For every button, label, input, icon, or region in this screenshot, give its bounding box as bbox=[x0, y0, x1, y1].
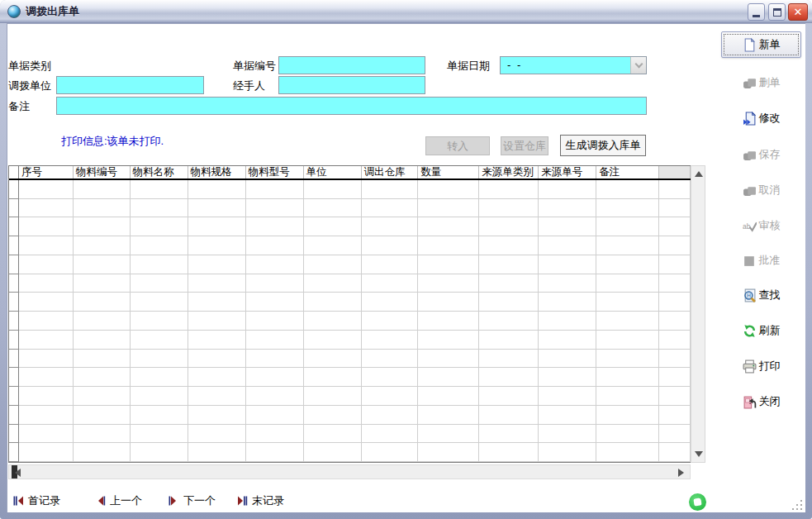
table-cell[interactable] bbox=[19, 293, 74, 312]
table-cell[interactable] bbox=[362, 236, 419, 255]
table-cell[interactable] bbox=[479, 368, 539, 387]
table-cell[interactable] bbox=[418, 180, 479, 199]
table-cell[interactable] bbox=[362, 406, 419, 425]
table-cell[interactable] bbox=[596, 387, 659, 406]
generate-transfer-in-order-button[interactable]: 生成调拨入库单 bbox=[560, 135, 646, 156]
table-cell[interactable] bbox=[188, 312, 246, 331]
row-selector-cell[interactable] bbox=[9, 312, 19, 331]
row-selector-cell[interactable] bbox=[9, 425, 19, 444]
table-cell[interactable] bbox=[246, 274, 304, 293]
table-cell[interactable] bbox=[596, 368, 659, 387]
table-cell[interactable] bbox=[131, 293, 188, 312]
vertical-scrollbar[interactable] bbox=[691, 165, 705, 463]
table-cell[interactable] bbox=[74, 293, 131, 312]
table-cell[interactable] bbox=[304, 274, 362, 293]
status-green-icon[interactable] bbox=[689, 493, 706, 511]
table-cell[interactable] bbox=[418, 350, 479, 369]
table-cell[interactable] bbox=[479, 406, 539, 425]
table-cell[interactable] bbox=[74, 236, 131, 255]
table-cell[interactable] bbox=[539, 331, 596, 350]
table-cell[interactable] bbox=[418, 255, 479, 274]
table-cell[interactable] bbox=[188, 387, 246, 406]
table-cell[interactable] bbox=[362, 350, 419, 369]
table-cell[interactable] bbox=[246, 331, 304, 350]
table-cell[interactable] bbox=[131, 255, 188, 274]
table-cell[interactable] bbox=[19, 236, 74, 255]
table-cell[interactable] bbox=[19, 274, 74, 293]
table-cell[interactable] bbox=[246, 406, 304, 425]
table-cell[interactable] bbox=[19, 312, 74, 331]
table-cell[interactable] bbox=[74, 425, 131, 444]
row-selector-cell[interactable] bbox=[9, 406, 19, 425]
table-cell[interactable] bbox=[418, 199, 479, 218]
table-cell[interactable] bbox=[131, 425, 188, 444]
table-cell[interactable] bbox=[362, 180, 419, 199]
table-cell[interactable] bbox=[246, 312, 304, 331]
table-row[interactable] bbox=[9, 425, 691, 444]
table-cell[interactable] bbox=[539, 443, 596, 462]
table-cell[interactable] bbox=[131, 443, 188, 462]
table-cell[interactable] bbox=[596, 180, 659, 199]
table-cell[interactable] bbox=[479, 425, 539, 444]
table-cell[interactable] bbox=[304, 217, 362, 236]
table-cell[interactable] bbox=[131, 199, 188, 218]
table-cell[interactable] bbox=[188, 236, 246, 255]
table-cell[interactable] bbox=[304, 406, 362, 425]
table-cell[interactable] bbox=[188, 331, 246, 350]
table-cell[interactable] bbox=[304, 425, 362, 444]
table-cell[interactable] bbox=[479, 387, 539, 406]
table-cell[interactable] bbox=[19, 180, 74, 199]
table-row[interactable] bbox=[9, 443, 691, 462]
table-cell[interactable] bbox=[188, 368, 246, 387]
table-cell[interactable] bbox=[74, 443, 131, 462]
table-cell[interactable] bbox=[188, 217, 246, 236]
table-cell[interactable] bbox=[131, 406, 188, 425]
row-selector-cell[interactable] bbox=[9, 217, 19, 236]
table-cell[interactable] bbox=[131, 350, 188, 369]
table-cell[interactable] bbox=[362, 312, 419, 331]
table-cell[interactable] bbox=[418, 274, 479, 293]
table-cell[interactable] bbox=[304, 293, 362, 312]
table-cell[interactable] bbox=[246, 255, 304, 274]
scroll-up-icon[interactable] bbox=[695, 171, 703, 177]
table-cell[interactable] bbox=[131, 331, 188, 350]
row-selector-cell[interactable] bbox=[9, 387, 19, 406]
table-cell[interactable] bbox=[19, 443, 74, 462]
table-cell[interactable] bbox=[539, 255, 596, 274]
table-cell[interactable] bbox=[659, 387, 691, 406]
sidebar-button-refresh[interactable]: 刷新 bbox=[721, 320, 801, 341]
table-cell[interactable] bbox=[362, 425, 419, 444]
table-cell[interactable] bbox=[188, 274, 246, 293]
table-cell[interactable] bbox=[539, 293, 596, 312]
table-cell[interactable] bbox=[659, 406, 691, 425]
row-selector-cell[interactable] bbox=[9, 180, 19, 199]
table-cell[interactable] bbox=[19, 368, 74, 387]
table-cell[interactable] bbox=[418, 312, 479, 331]
table-cell[interactable] bbox=[479, 312, 539, 331]
table-cell[interactable] bbox=[131, 217, 188, 236]
table-cell[interactable] bbox=[596, 217, 659, 236]
doc-no-input[interactable] bbox=[278, 56, 425, 74]
table-cell[interactable] bbox=[659, 368, 691, 387]
table-cell[interactable] bbox=[246, 199, 304, 218]
table-cell[interactable] bbox=[418, 387, 479, 406]
table-cell[interactable] bbox=[659, 236, 691, 255]
sidebar-button-close-door[interactable]: 关闭 bbox=[721, 391, 801, 412]
sidebar-button-edit-doc[interactable]: 修改 bbox=[721, 107, 801, 129]
table-cell[interactable] bbox=[418, 443, 479, 462]
table-cell[interactable] bbox=[19, 387, 74, 406]
table-cell[interactable] bbox=[659, 217, 691, 236]
row-selector-cell[interactable] bbox=[9, 331, 19, 350]
row-selector-cell[interactable] bbox=[9, 199, 19, 218]
table-cell[interactable] bbox=[659, 180, 691, 199]
table-cell[interactable] bbox=[479, 350, 539, 369]
table-cell[interactable] bbox=[362, 293, 419, 312]
sidebar-button-print[interactable]: 打印 bbox=[721, 355, 801, 377]
table-cell[interactable] bbox=[74, 274, 131, 293]
table-row[interactable] bbox=[9, 199, 691, 218]
sidebar-button-new-doc[interactable]: 新单 bbox=[721, 31, 801, 58]
table-cell[interactable] bbox=[304, 199, 362, 218]
table-cell[interactable] bbox=[74, 217, 131, 236]
table-cell[interactable] bbox=[539, 180, 596, 199]
table-cell[interactable] bbox=[19, 217, 74, 236]
